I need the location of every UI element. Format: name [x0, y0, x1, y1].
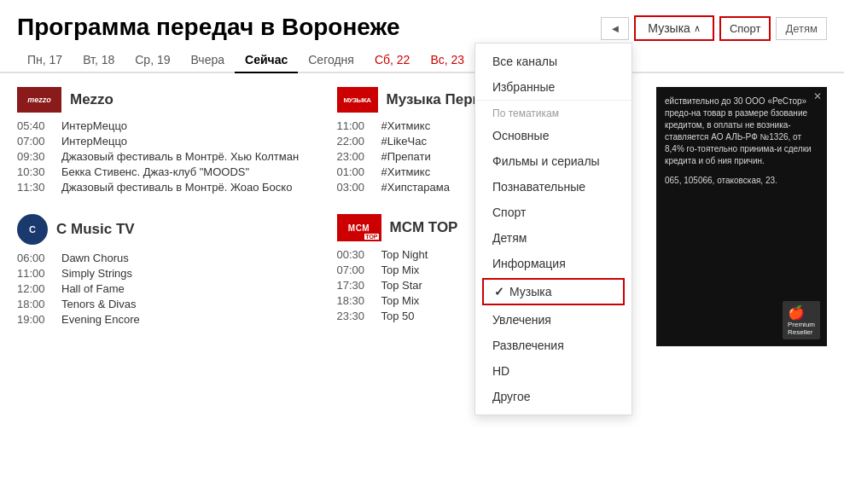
- program-time: 11:00: [337, 119, 373, 132]
- chevron-up-icon: ∧: [694, 23, 701, 34]
- program-row: 09:30Джазовый фестиваль в Монтрё. Хью Ко…: [17, 150, 303, 163]
- program-title: Evening Encore: [61, 313, 140, 326]
- program-time: 07:00: [337, 264, 373, 276]
- dropdown-muzyka-label: Музыка: [509, 285, 552, 298]
- mcm-top-logo: MCM TOP: [337, 214, 381, 241]
- muzyka-pervogo-logo: МУЗЫКА: [337, 87, 378, 113]
- program-time: 01:00: [337, 165, 373, 178]
- checkmark-icon: ✓: [494, 285, 504, 298]
- program-title: Tenors & Divas: [61, 298, 136, 310]
- mezzo-logo: mezzo: [17, 87, 61, 113]
- program-time: 10:30: [17, 165, 53, 178]
- program-row: 18:00Tenors & Divas: [17, 298, 303, 310]
- nav-item-today[interactable]: Сегодня: [298, 48, 364, 72]
- program-title: Top 50: [381, 310, 415, 322]
- program-title: Top Mix: [381, 264, 420, 276]
- ad-logo: 🍎 PremiumReseller: [783, 301, 820, 339]
- program-time: 19:00: [17, 313, 53, 326]
- left-channels: mezzo Mezzo 05:40ИнтерМеццо 07:00ИнтерМе…: [17, 87, 303, 346]
- program-title: Джазовый фестиваль в Монтрё. Хью Колтман: [61, 150, 299, 163]
- ad-close-button[interactable]: ✕: [813, 90, 822, 102]
- dropdown-item-favorites[interactable]: Избранные: [475, 74, 632, 100]
- program-title: Top Night: [381, 248, 428, 261]
- program-title: Джазовый фестиваль в Монтрё. Жоао Боско: [61, 181, 292, 194]
- dropdown-item-sport[interactable]: Спорт: [475, 200, 632, 225]
- program-time: 07:00: [17, 135, 53, 148]
- nav-item-yesterday[interactable]: Вчера: [181, 48, 236, 72]
- program-time: 17:30: [337, 279, 373, 292]
- dropdown-item-drugoye[interactable]: Другое: [475, 384, 632, 409]
- main-content: mezzo Mezzo 05:40ИнтерМеццо 07:00ИнтерМе…: [0, 87, 844, 346]
- nav-item-sun[interactable]: Вс, 23: [420, 48, 474, 72]
- program-row: 10:30Бекка Стивенс. Джаз-клуб "MOODS": [17, 165, 303, 178]
- dropdown-item-razvlecheniya[interactable]: Развлечения: [475, 333, 632, 358]
- program-title: Simply Strings: [61, 267, 132, 280]
- program-title: Top Star: [381, 279, 422, 292]
- dropdown-item-informaciya[interactable]: Информация: [475, 251, 632, 276]
- program-time: 11:30: [17, 181, 53, 194]
- nav-item-now[interactable]: Сейчас: [235, 48, 298, 73]
- program-time: 05:40: [17, 119, 53, 132]
- program-row: 05:40ИнтерМеццо: [17, 119, 303, 132]
- program-title: ИнтерМеццо: [61, 135, 127, 148]
- nav-bar: Пн, 17 Вт, 18 Ср, 19 Вчера Сейчас Сегодн…: [0, 41, 844, 73]
- program-title: #LikeЧас: [381, 135, 427, 148]
- program-title: Hall of Fame: [61, 282, 125, 295]
- dropdown-item-uvlecheniya[interactable]: Увлечения: [475, 307, 632, 333]
- nav-item-wed[interactable]: Ср, 19: [125, 48, 180, 72]
- program-time: 00:30: [337, 248, 373, 261]
- program-title: Бекка Стивенс. Джаз-клуб "MOODS": [61, 165, 249, 178]
- filter-arrow-button[interactable]: ◄: [601, 17, 629, 40]
- nav-item-mon[interactable]: Пн, 17: [17, 48, 73, 72]
- ad-block: ✕ ействительно до 30 ООО «РеСтор» предо-…: [656, 87, 827, 346]
- program-title: Top Mix: [381, 294, 420, 307]
- filter-music-label: Музыка: [648, 21, 690, 35]
- program-row: 19:00Evening Encore: [17, 313, 303, 326]
- dropdown-item-hd[interactable]: HD: [475, 358, 632, 384]
- filter-music-button[interactable]: Музыка ∧: [634, 15, 714, 41]
- program-time: 09:30: [17, 150, 53, 163]
- program-time: 23:00: [337, 150, 373, 163]
- program-title: #Препати: [381, 150, 431, 163]
- page-title: Программа передач в Воронеже: [17, 14, 400, 40]
- dropdown-section-label: По тематикам: [475, 100, 632, 123]
- nav-item-sat[interactable]: Сб, 22: [364, 48, 420, 72]
- program-time: 03:00: [337, 181, 373, 194]
- program-time: 23:30: [337, 310, 373, 322]
- dropdown-menu: Все каналы Избранные По тематикам Основн…: [474, 43, 632, 415]
- program-time: 18:00: [17, 298, 53, 310]
- program-title: #Хитмикс: [381, 165, 431, 178]
- program-time: 22:00: [337, 135, 373, 148]
- mezzo-channel-name: Mezzo: [70, 91, 114, 108]
- channel-mezzo: mezzo Mezzo 05:40ИнтерМеццо 07:00ИнтерМе…: [17, 87, 303, 194]
- channel-cmusictv: C C Music TV 06:00Dawn Chorus 11:00Simpl…: [17, 214, 303, 326]
- dropdown-item-muzyka-selected[interactable]: ✓ Музыка: [482, 278, 625, 305]
- program-row: 11:30Джазовый фестиваль в Монтрё. Жоао Б…: [17, 181, 303, 194]
- dropdown-item-poznavatelnyye[interactable]: Познавательные: [475, 174, 632, 200]
- dropdown-item-detyam[interactable]: Детям: [475, 225, 632, 251]
- nav-item-tue[interactable]: Вт, 18: [73, 48, 125, 72]
- program-row: 12:00Hall of Fame: [17, 282, 303, 295]
- ad-text: ействительно до 30 ООО «РеСтор» предо-на…: [665, 96, 818, 167]
- program-title: #Хитмикс: [381, 119, 431, 132]
- program-time: 06:00: [17, 252, 53, 264]
- dropdown-item-all[interactable]: Все каналы: [475, 49, 632, 74]
- cmusictv-logo: C: [17, 214, 48, 245]
- dropdown-item-osnovnye[interactable]: Основные: [475, 123, 632, 148]
- program-row: 11:00Simply Strings: [17, 267, 303, 280]
- mcm-top-channel-name: MCM TOP: [390, 219, 458, 236]
- ad-address: 065, 105066, отаковская, 23.: [665, 176, 818, 185]
- filter-bar: ◄ Музыка ∧ Спорт Детям: [601, 15, 827, 41]
- dropdown-item-filmy[interactable]: Фильмы и сериалы: [475, 148, 632, 174]
- program-time: 12:00: [17, 282, 53, 295]
- filter-sport-button[interactable]: Спорт: [719, 16, 771, 41]
- filter-kids-button[interactable]: Детям: [776, 17, 827, 40]
- program-time: 11:00: [17, 267, 53, 280]
- program-title: Dawn Chorus: [61, 252, 129, 264]
- program-row: 06:00Dawn Chorus: [17, 252, 303, 264]
- program-row: 07:00ИнтерМеццо: [17, 135, 303, 148]
- program-title: ИнтерМеццо: [61, 119, 127, 132]
- cmusictv-channel-name: C Music TV: [56, 221, 135, 238]
- program-title: #Хипстарама: [381, 181, 450, 194]
- program-time: 18:30: [337, 294, 373, 307]
